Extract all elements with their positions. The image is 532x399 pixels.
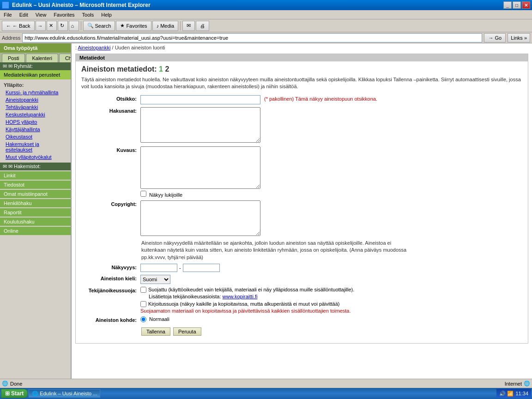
sidebar-muistiinpanot[interactable]: Omat muistiinpanot bbox=[0, 190, 71, 198]
suojattu-row: Suojattu (käyttöoikeudet vain tekijällä,… bbox=[140, 287, 354, 293]
sidebar-raportit[interactable]: Raportit bbox=[0, 208, 71, 217]
ryhmat-section: ✉ ✉ Ryhmät: bbox=[0, 62, 71, 70]
start-button[interactable]: ⊞ Start bbox=[1, 389, 28, 398]
kuvaus-field: Näkyy lukijoille bbox=[140, 146, 260, 198]
sidebar-link-hakemukset[interactable]: Hakemukset ja esitelaukset bbox=[0, 140, 71, 153]
tab-chat[interactable]: Chat bbox=[59, 54, 72, 62]
copyright-input[interactable] bbox=[140, 200, 260, 236]
nakyvyys-dash: - bbox=[179, 265, 181, 271]
kohde-label: Aineiston kohde: bbox=[81, 316, 137, 323]
title-bar: Edulink – Uusi Aineisto – Microsoft Inte… bbox=[0, 0, 532, 10]
close-button[interactable]: ✕ bbox=[522, 1, 530, 9]
taskbar: ⊞ Start 🌐 Edulink – Uusi Aineisto ... 🔊 … bbox=[0, 388, 532, 399]
envelope-icon: ✉ bbox=[3, 63, 7, 69]
otsikko-hint: (* pakollinen) Tämä näkyy aineistopuun o… bbox=[264, 95, 377, 102]
menu-favorites[interactable]: Favorites bbox=[50, 11, 78, 18]
sidebar-koulutushaku[interactable]: Koulutushaku bbox=[0, 218, 71, 226]
sidebar: Oma työpöytä Posti Kalenteri Chat ✉ ✉ Ry… bbox=[0, 43, 72, 379]
media-icon: ♪ bbox=[157, 23, 159, 29]
start-icon: ⊞ bbox=[5, 390, 10, 397]
sidebar-link-keskustelupankki[interactable]: Keskustelupankki bbox=[0, 111, 71, 118]
refresh-button[interactable]: ↻ bbox=[58, 21, 68, 31]
status-text: Done bbox=[10, 381, 22, 387]
breadcrumb-aineistopankki[interactable]: Aineistopankki bbox=[78, 45, 111, 50]
sidebar-link-kayttajahallinta[interactable]: Käyttäjähallinta bbox=[0, 126, 71, 133]
links-button[interactable]: Links » bbox=[508, 33, 530, 42]
otsikko-field bbox=[140, 95, 260, 104]
sidebar-henkilohaku[interactable]: Henkilöhaku bbox=[0, 199, 71, 207]
zone-icon: 🌐 bbox=[524, 381, 530, 387]
suojaamaton-row: Suojaamaton materiaali on kopioitavissa … bbox=[140, 308, 354, 314]
menu-tools[interactable]: Tools bbox=[79, 11, 98, 18]
nakyvyys-label: Näkyvyys: bbox=[81, 264, 137, 270]
copyright-row: Copyright: bbox=[81, 200, 522, 237]
tallenna-button[interactable]: Tallenna bbox=[141, 327, 170, 336]
menu-help[interactable]: Help bbox=[97, 11, 115, 18]
forward-button[interactable]: → bbox=[36, 21, 46, 31]
favorites-button[interactable]: ★ Favorites bbox=[116, 21, 151, 31]
back-button[interactable]: ← ← Back bbox=[2, 21, 35, 31]
sidebar-linkit[interactable]: Linkit bbox=[0, 171, 71, 180]
sidebar-link-hops[interactable]: HOPS ylläpito bbox=[0, 118, 71, 126]
otsikko-row: Otsikko: (* pakollinen) Tämä näkyy ainei… bbox=[81, 95, 522, 104]
maximize-button[interactable]: □ bbox=[513, 1, 521, 9]
kirjoitussuoja-row: Kirjoitussuoja (näkyy kaikille ja kopioi… bbox=[140, 301, 354, 307]
suojattu-checkbox[interactable] bbox=[140, 287, 146, 293]
hakusanat-input[interactable] bbox=[140, 107, 260, 143]
go-button[interactable]: → Go bbox=[484, 33, 506, 42]
ie-icon: 🌐 bbox=[32, 391, 38, 397]
sidebar-tiedostot[interactable]: Tiedostot bbox=[0, 181, 71, 189]
print-button[interactable]: 🖨 bbox=[196, 21, 209, 31]
menu-view[interactable]: View bbox=[32, 11, 50, 18]
copyright-field bbox=[140, 200, 260, 237]
toolbar-sep-1 bbox=[81, 21, 81, 30]
search-button[interactable]: 🔍 Search bbox=[83, 21, 115, 31]
nakyvyys-start-input[interactable] bbox=[140, 264, 177, 272]
taskbar-task-edulink[interactable]: 🌐 Edulink – Uusi Aineisto ... bbox=[29, 389, 100, 398]
button-row: Tallenna Peruuta bbox=[141, 327, 522, 336]
lisatietoja-row: Lisätietoja tekijänoikeusasioista: www.k… bbox=[149, 294, 354, 299]
kirjoitussuoja-label: Kirjoitussuoja (näkyy kaikille ja kopioi… bbox=[148, 301, 340, 307]
nakyvyys-end-input[interactable] bbox=[183, 264, 220, 272]
tab-posti[interactable]: Posti bbox=[2, 54, 25, 62]
menu-file[interactable]: File bbox=[0, 11, 16, 18]
peruuta-button[interactable]: Peruuta bbox=[173, 327, 201, 336]
sidebar-header: Oma työpöytä bbox=[0, 43, 71, 53]
kirjoitussuoja-checkbox[interactable] bbox=[140, 301, 146, 307]
search-icon: 🔍 bbox=[87, 23, 94, 29]
tab-kalenteri[interactable]: Kalenteri bbox=[26, 54, 58, 62]
kuvaus-input[interactable] bbox=[140, 146, 260, 189]
stop-button[interactable]: ✕ bbox=[47, 21, 57, 31]
kohde-radio[interactable] bbox=[140, 316, 146, 322]
envelope2-icon: ✉ bbox=[3, 163, 7, 169]
sidebar-link-kurssi[interactable]: Kurssi- ja ryhmähallinta bbox=[0, 89, 71, 96]
copyright-label: Copyright: bbox=[81, 200, 137, 207]
sidebar-link-muut[interactable]: Muut ylläpitotyökalut bbox=[0, 153, 71, 161]
sidebar-link-aineistopankki[interactable]: Aineistopankki bbox=[0, 96, 71, 103]
mail-button[interactable]: ✉ bbox=[182, 21, 195, 31]
go-arrow-icon: → bbox=[488, 35, 493, 41]
address-input[interactable] bbox=[22, 33, 482, 42]
menu-bar: File Edit View Favorites Tools Help bbox=[0, 10, 532, 19]
kopiraitti-link[interactable]: www.kopiraitti.fi bbox=[223, 294, 258, 299]
nakyvyys-checkbox[interactable] bbox=[140, 191, 146, 197]
toolbar-sep-2 bbox=[180, 21, 181, 30]
suojaamaton-text: Suojaamaton materiaali on kopioitavissa … bbox=[140, 308, 351, 314]
browser-content: Oma työpöytä Posti Kalenteri Chat ✉ ✉ Ry… bbox=[0, 43, 532, 379]
sidebar-link-oikeustasot[interactable]: Oikeustasot bbox=[0, 133, 71, 140]
heading-text: Aineiston metatiedot: bbox=[81, 65, 157, 73]
kieli-select[interactable]: Suomi English Svenska bbox=[140, 275, 170, 284]
sidebar-link-tehtavapankki[interactable]: Tehtäväpankki bbox=[0, 103, 71, 111]
tabs-bar: Posti Kalenteri Chat bbox=[0, 53, 71, 62]
media-button[interactable]: ♪ Media bbox=[152, 21, 178, 31]
step2-num: 2 bbox=[165, 65, 169, 73]
sidebar-online[interactable]: Online bbox=[0, 227, 71, 235]
minimize-button[interactable]: _ bbox=[503, 1, 512, 9]
otsikko-input[interactable] bbox=[140, 95, 260, 104]
active-group[interactable]: Mediatekniikan perusteet bbox=[0, 70, 71, 79]
menu-edit[interactable]: Edit bbox=[16, 11, 32, 18]
description: Täytä aineiston metatiedot huolella. Ne … bbox=[81, 76, 522, 91]
meta-section: Metatiedot Aineiston metatiedot: 1 2 Täy… bbox=[75, 54, 528, 344]
main-content: : Aineistopankki / Uuden aineiston luont… bbox=[72, 43, 532, 379]
home-button[interactable]: ⌂ bbox=[69, 21, 79, 31]
